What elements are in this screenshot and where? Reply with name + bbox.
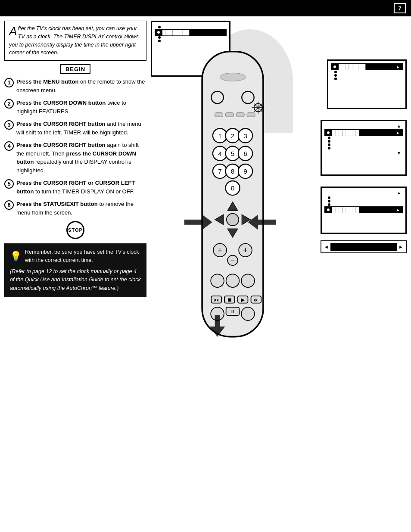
svg-text:5: 5 (231, 150, 235, 157)
begin-label: BEGIN (60, 64, 90, 74)
step-num-4: 4 (4, 141, 14, 151)
tip-italic-text: (Refer to page 12 to set the clock manua… (10, 268, 141, 291)
step-1: 1 Press the MENU button on the remote to… (4, 78, 146, 94)
screen4-item-2 (324, 199, 403, 203)
svg-rect-11 (236, 113, 244, 117)
svg-text:⏮: ⏮ (214, 297, 219, 303)
screen2-item-4 (331, 77, 403, 81)
screen1-item-4 (155, 39, 227, 43)
step-text-6: Press the STATUS/EXIT button to remove t… (16, 200, 146, 217)
main-content: A fter the TV's clock has been set, you … (0, 16, 411, 532)
remote-container: 1 2 3 4 5 6 7 8 9 (177, 47, 289, 343)
lightbulb-icon: 💡 (10, 249, 22, 264)
step-num-6: 6 (4, 200, 14, 210)
step-num-3: 3 (4, 120, 14, 130)
svg-text:⏭: ⏭ (253, 297, 258, 303)
svg-point-46 (241, 274, 255, 287)
screen4-item-3 (324, 203, 403, 206)
screen-4: ▲ ████████► (321, 187, 407, 234)
step-5: 5 Press the CURSOR RIGHT or CURSOR LEFT … (4, 179, 146, 196)
small-bar: ◄ ► (321, 240, 407, 253)
step-3: 3 Press the CURSOR RIGHT button and the … (4, 120, 146, 137)
drop-cap: A (9, 25, 17, 37)
step-4: 4 Press the CURSOR RIGHT button again to… (4, 141, 146, 174)
svg-text:7: 7 (218, 168, 222, 175)
screen3-item-5 (324, 146, 403, 150)
screen3-item-highlighted: ████████► (324, 129, 403, 136)
top-bar: 7 (0, 0, 411, 16)
small-bar-content (330, 243, 397, 251)
step-text-1: Press the MENU button on the remote to s… (16, 78, 146, 94)
svg-rect-9 (215, 113, 223, 117)
step-num-1: 1 (4, 78, 14, 87)
svg-point-58 (241, 307, 255, 320)
svg-point-37 (227, 214, 239, 226)
stop-badge: STOP (4, 221, 146, 239)
svg-text:▶: ▶ (241, 297, 245, 303)
step-6: 6 Press the STATUS/EXIT button to remove… (4, 200, 146, 217)
screen1-item-3 (155, 36, 227, 39)
step-num-2: 2 (4, 99, 14, 109)
svg-point-44 (211, 274, 224, 287)
svg-text:+: + (218, 246, 222, 255)
svg-text:2: 2 (231, 132, 235, 140)
tip-box: 💡 Remember, be sure you have set the TV'… (4, 243, 146, 297)
intro-text: fter the TV's clock has been set, you ca… (9, 25, 139, 56)
step-text-5: Press the CURSOR RIGHT or CURSOR LEFT bu… (16, 179, 146, 196)
step-num-5: 5 (4, 179, 14, 189)
svg-text:3: 3 (243, 132, 247, 140)
step-text-4: Press the CURSOR RIGHT button again to s… (16, 141, 146, 174)
page-number: 7 (394, 3, 406, 13)
remote-svg: 1 2 3 4 5 6 7 8 9 (177, 47, 289, 342)
screen4-item-1 (324, 196, 403, 199)
tip-bold-text: Remember, be sure you have set the TV's … (25, 248, 141, 265)
svg-text:4: 4 (218, 150, 222, 157)
screen3-item-4 (324, 143, 403, 146)
svg-rect-12 (247, 113, 255, 117)
small-bar-left-arrow: ◄ (324, 244, 329, 249)
begin-badge: BEGIN (4, 64, 146, 74)
screen-3: ▲ ████████► ▼ (321, 120, 407, 176)
screen2-item-3 (331, 74, 403, 77)
svg-text:8: 8 (231, 168, 235, 175)
svg-text:1: 1 (218, 132, 222, 140)
screen3-item-3 (324, 140, 403, 143)
svg-point-45 (226, 274, 240, 287)
screen1-item-highlighted: ████████ (155, 29, 227, 36)
svg-text:6: 6 (243, 150, 247, 157)
svg-text:0: 0 (231, 184, 235, 192)
screen3-item-2 (324, 136, 403, 140)
stop-label: STOP (66, 221, 84, 239)
right-panel: ████████ ████████► ▲ ████████► (151, 21, 407, 528)
screen1-item-1 (155, 25, 227, 29)
svg-text:⏹: ⏹ (227, 297, 232, 303)
step-2: 2 Press the CURSOR DOWN button twice to … (4, 99, 146, 115)
intro-box: A fter the TV's clock has been set, you … (4, 21, 146, 61)
screen2-item-2 (331, 70, 403, 74)
left-panel: A fter the TV's clock has been set, you … (4, 21, 146, 528)
steps-list: 1 Press the MENU button on the remote to… (4, 78, 146, 217)
step-text-3: Press the CURSOR RIGHT button and the me… (16, 120, 146, 137)
small-bar-right-arrow: ► (399, 244, 403, 249)
svg-rect-10 (225, 113, 234, 117)
svg-point-1 (220, 73, 245, 81)
svg-text:+: + (243, 246, 248, 255)
screen-2: ████████► (327, 59, 407, 109)
screen2-item-highlighted: ████████► (331, 63, 403, 70)
svg-text:9: 9 (243, 168, 247, 175)
svg-text:⏸: ⏸ (230, 308, 235, 314)
svg-text:−: − (230, 255, 235, 264)
step-text-2: Press the CURSOR DOWN button twice to hi… (16, 99, 146, 115)
tip-header: 💡 Remember, be sure you have set the TV'… (10, 248, 141, 265)
screen4-item-highlighted: ████████► (324, 206, 403, 213)
